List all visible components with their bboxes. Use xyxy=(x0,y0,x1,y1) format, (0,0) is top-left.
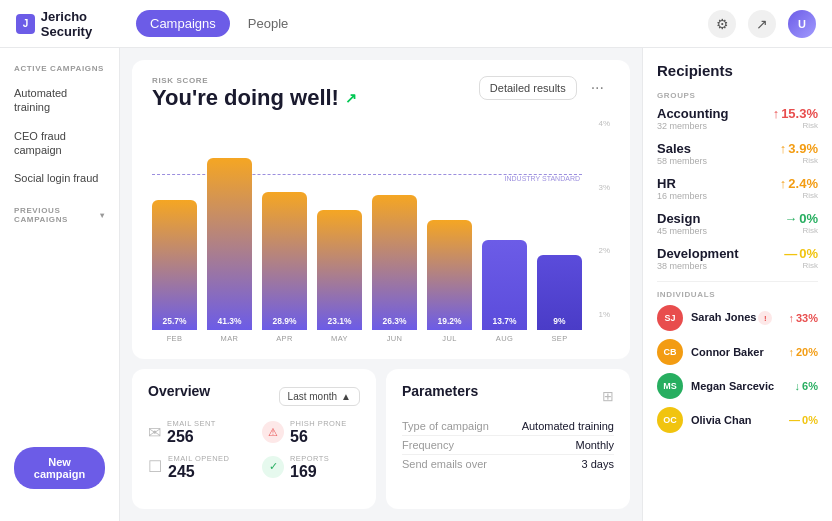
individual-item-sarah-jones[interactable]: SJ Sarah Jones! ↑ 33% xyxy=(657,305,818,331)
group-pct: ↑ 3.9% xyxy=(780,141,818,156)
group-pct: → 0% xyxy=(784,211,818,226)
individual-item-connor-baker[interactable]: CB Connor Baker ↑ 20% xyxy=(657,339,818,365)
individuals-list: SJ Sarah Jones! ↑ 33% CB Connor Baker ↑ … xyxy=(657,305,818,433)
group-item-hr[interactable]: HR 16 members ↑ 2.4% Risk xyxy=(657,176,818,201)
params-card: Parameters ⊞ Type of campaign Automated … xyxy=(386,369,630,509)
industry-label: INDUSTRY STANDARD xyxy=(505,175,582,182)
recipients-panel: Recipients GROUPS Accounting 32 members … xyxy=(642,48,832,521)
bar-month-aug: AUG xyxy=(496,334,513,343)
individual-item-megan-sarcevic[interactable]: MS Megan Sarcevic ↓ 6% xyxy=(657,373,818,399)
group-pct: — 0% xyxy=(784,246,818,261)
individual-avatar: OC xyxy=(657,407,683,433)
bar-month-jul: JUL xyxy=(442,334,456,343)
bottom-row: Overview Last month ▲ ✉ EMAIL SENT 256 xyxy=(132,369,630,509)
bar-month-feb: FEB xyxy=(167,334,183,343)
groups-list: Accounting 32 members ↑ 15.3% Risk Sales… xyxy=(657,106,818,271)
warn-badge: ! xyxy=(758,311,772,325)
group-item-design[interactable]: Design 45 members → 0% Risk xyxy=(657,211,818,236)
tab-campaigns[interactable]: Campaigns xyxy=(136,10,230,37)
tab-people[interactable]: People xyxy=(234,10,302,37)
sidebar-item-ceo[interactable]: CEO fraud campaign xyxy=(0,122,119,165)
new-campaign-button[interactable]: New campaign xyxy=(14,447,105,489)
group-name: Design xyxy=(657,211,707,226)
bars-container: INDUSTRY STANDARD 25.7%FEB41.3%MAR28.9%A… xyxy=(152,153,610,343)
more-menu-button[interactable]: ··· xyxy=(585,77,610,99)
bar-month-may: MAY xyxy=(331,334,348,343)
individual-pct: ↑ 20% xyxy=(788,346,818,358)
group-members: 58 members xyxy=(657,156,707,166)
bar-jun: 26.3% xyxy=(372,195,417,330)
group-members: 16 members xyxy=(657,191,707,201)
bar-col-mar: 41.3%MAR xyxy=(207,153,252,343)
chart-title: You're doing well! ↗ xyxy=(152,85,357,111)
reports-icon: ✓ xyxy=(262,456,284,478)
phish-prone-icon: ⚠ xyxy=(262,421,284,443)
overview-card: Overview Last month ▲ ✉ EMAIL SENT 256 xyxy=(132,369,376,509)
param-row-send: Send emails over 3 days xyxy=(402,455,614,473)
overview-title: Overview xyxy=(148,383,210,399)
bar-pct-jun: 26.3% xyxy=(382,316,406,326)
group-item-development[interactable]: Development 38 members — 0% Risk xyxy=(657,246,818,271)
bar-chart-area: 4% 3% 2% 1% INDUSTRY STANDARD 25.7%FEB41… xyxy=(152,119,610,343)
brand-icon: J xyxy=(16,14,35,34)
bar-feb: 25.7% xyxy=(152,200,197,330)
group-pct: ↑ 15.3% xyxy=(773,106,818,121)
bar-pct-mar: 41.3% xyxy=(217,316,241,326)
bar-apr: 28.9% xyxy=(262,192,307,330)
group-members: 32 members xyxy=(657,121,729,131)
overview-header: Overview Last month ▲ xyxy=(148,383,360,409)
period-button[interactable]: Last month ▲ xyxy=(279,387,360,406)
param-row-freq: Frequency Monthly xyxy=(402,436,614,455)
group-item-sales[interactable]: Sales 58 members ↑ 3.9% Risk xyxy=(657,141,818,166)
sidebar-item-social[interactable]: Social login fraud xyxy=(0,164,119,192)
recipients-title: Recipients xyxy=(657,62,818,79)
individual-name: Olivia Chan xyxy=(691,414,781,426)
bar-aug: 13.7% xyxy=(482,240,527,330)
email-opened-icon: ☐ xyxy=(148,457,162,476)
sidebar-item-automated[interactable]: Automated training xyxy=(0,79,119,122)
previous-campaigns-toggle[interactable]: PREVIOUS CAMPAIGNS ▾ xyxy=(0,206,119,224)
group-pct: ↑ 2.4% xyxy=(780,176,818,191)
topnav-right: ⚙ ↗ U xyxy=(708,10,816,38)
brand-logo: J Jericho Security xyxy=(16,9,136,39)
bar-sep: 9% xyxy=(537,255,582,330)
individual-name: Connor Baker xyxy=(691,346,780,358)
group-members: 45 members xyxy=(657,226,707,236)
group-risk: Risk xyxy=(780,156,818,165)
param-row-type: Type of campaign Automated training xyxy=(402,417,614,436)
user-avatar[interactable]: U xyxy=(788,10,816,38)
top-navigation: J Jericho Security Campaigns People ⚙ ↗ … xyxy=(0,0,832,48)
group-item-accounting[interactable]: Accounting 32 members ↑ 15.3% Risk xyxy=(657,106,818,131)
params-title: Parameters xyxy=(402,383,478,399)
active-campaigns-label: ACTIVE CAMPAIGNS xyxy=(0,64,119,79)
bar-pct-feb: 25.7% xyxy=(162,316,186,326)
bar-pct-apr: 28.9% xyxy=(272,316,296,326)
divider xyxy=(657,281,818,282)
nav-tabs: Campaigns People xyxy=(136,10,708,37)
chart-header: RISK SCORE You're doing well! ↗ Detailed… xyxy=(152,76,610,111)
trend-arrow-icon: ↗ xyxy=(345,90,357,106)
settings-icon[interactable]: ⚙ xyxy=(708,10,736,38)
bar-pct-jul: 19.2% xyxy=(437,316,461,326)
group-name: Development xyxy=(657,246,739,261)
risk-score-label: RISK SCORE xyxy=(152,76,357,85)
individuals-section-label: INDIVIDUALS xyxy=(657,290,818,299)
bar-pct-sep: 9% xyxy=(553,316,565,326)
group-name: Accounting xyxy=(657,106,729,121)
individual-avatar: MS xyxy=(657,373,683,399)
groups-section-label: GROUPS xyxy=(657,91,818,100)
stats-grid: ✉ EMAIL SENT 256 ⚠ PHISH PRONE 56 xyxy=(148,419,360,480)
group-name: Sales xyxy=(657,141,707,156)
params-grid-icon[interactable]: ⊞ xyxy=(602,388,614,404)
individual-item-olivia-chan[interactable]: OC Olivia Chan — 0% xyxy=(657,407,818,433)
detailed-results-button[interactable]: Detailed results xyxy=(479,76,577,100)
individual-name: Megan Sarcevic xyxy=(691,380,787,392)
bar-month-jun: JUN xyxy=(387,334,403,343)
individual-pct: ↓ 6% xyxy=(795,380,818,392)
individual-name: Sarah Jones! xyxy=(691,311,780,326)
send-icon: ✉ xyxy=(148,423,161,442)
params-header: Parameters ⊞ xyxy=(402,383,614,409)
bar-pct-aug: 13.7% xyxy=(492,316,516,326)
sidebar: ACTIVE CAMPAIGNS Automated training CEO … xyxy=(0,48,120,521)
share-icon[interactable]: ↗ xyxy=(748,10,776,38)
